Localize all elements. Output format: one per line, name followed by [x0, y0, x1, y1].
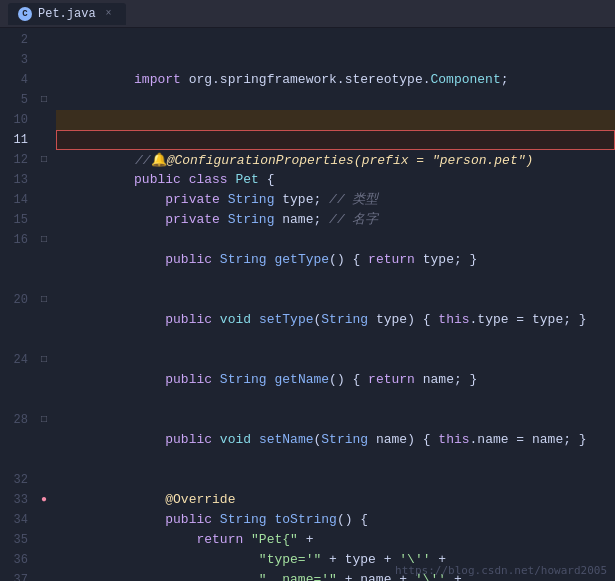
fold-12[interactable]: □ — [36, 150, 52, 170]
file-tab[interactable]: C Pet.java × — [8, 3, 126, 25]
watermark: https://blog.csdn.net/howard2005 — [395, 564, 607, 577]
code-line-2 — [56, 30, 615, 50]
tab-close-icon[interactable]: × — [102, 7, 116, 21]
fold-24[interactable]: □ — [36, 350, 52, 370]
line-num-23 — [4, 330, 28, 350]
fold-14 — [36, 190, 52, 210]
line-num-34: 34 — [4, 510, 28, 530]
code-line-10: @Component — [56, 110, 615, 130]
fold-21 — [36, 310, 52, 330]
line-num-13: 13 — [4, 170, 28, 190]
line-num-17 — [4, 250, 28, 270]
fold-25 — [36, 370, 52, 390]
tab-icon: C — [18, 7, 32, 21]
line-num-11: 11 — [4, 130, 28, 150]
line-num-28: 28 — [4, 410, 28, 430]
fold-37 — [36, 570, 52, 581]
fold-31 — [36, 450, 52, 470]
code-line-4 — [56, 70, 615, 90]
fold-29 — [36, 430, 52, 450]
code-line-5: /** 功能: 宠物实体类 ...*/ — [56, 90, 615, 110]
code-line-11: //🔔@ConfigurationProperties(prefix = "pe… — [56, 130, 615, 150]
tab-label: Pet.java — [38, 7, 96, 21]
fold-16[interactable]: □ — [36, 230, 52, 250]
fold-2 — [36, 30, 52, 50]
fold-11 — [36, 130, 52, 150]
fold-3 — [36, 50, 52, 70]
line-numbers: 2 3 4 5 10 11 12 13 14 15 16 20 24 28 32… — [0, 28, 36, 581]
line-num-14: 14 — [4, 190, 28, 210]
code-line-17 — [56, 250, 615, 270]
line-num-21 — [4, 310, 28, 330]
code-line-12: public class Pet { — [56, 150, 615, 170]
code-line-19 — [56, 270, 615, 290]
code-line-35: "type='" + type + '\'' + — [56, 530, 615, 550]
line-num-2: 2 — [4, 30, 28, 50]
fold-5[interactable]: □ — [36, 90, 52, 110]
line-num-20: 20 — [4, 290, 28, 310]
code-line-13: private String type; // 类型 — [56, 170, 615, 190]
code-line-3: import org.springframework.stereotype.Co… — [56, 50, 615, 70]
fold-23 — [36, 330, 52, 350]
code-line-24: public String getName() { return name; } — [56, 350, 615, 370]
line-num-32: 32 — [4, 470, 28, 490]
code-line-33: public String toString() { — [56, 490, 615, 510]
code-line-28: public void setName(String name) { this.… — [56, 410, 615, 430]
line-num-35: 35 — [4, 530, 28, 550]
code-line-32: @Override — [56, 470, 615, 490]
fold-10 — [36, 110, 52, 130]
fold-36 — [36, 550, 52, 570]
line-num-19 — [4, 270, 28, 290]
line-num-4: 4 — [4, 70, 28, 90]
code-line-16: public String getType() { return type; } — [56, 230, 615, 250]
line-num-31 — [4, 450, 28, 470]
line-num-36: 36 — [4, 550, 28, 570]
fold-33[interactable]: ● — [36, 490, 52, 510]
code-line-29 — [56, 430, 615, 450]
code-line-23 — [56, 330, 615, 350]
fold-27 — [36, 390, 52, 410]
title-bar: C Pet.java × — [0, 0, 615, 28]
code-line-31 — [56, 450, 615, 470]
line-num-24: 24 — [4, 350, 28, 370]
fold-4 — [36, 70, 52, 90]
fold-13 — [36, 170, 52, 190]
fold-35 — [36, 530, 52, 550]
fold-19 — [36, 270, 52, 290]
line-num-25 — [4, 370, 28, 390]
line-num-3: 3 — [4, 50, 28, 70]
line-num-10: 10 — [4, 110, 28, 130]
line-num-29 — [4, 430, 28, 450]
code-line-21 — [56, 310, 615, 330]
code-line-34: return "Pet{" + — [56, 510, 615, 530]
editor: 2 3 4 5 10 11 12 13 14 15 16 20 24 28 32… — [0, 28, 615, 581]
code-line-14: private String name; // 名字 — [56, 190, 615, 210]
code-area[interactable]: import org.springframework.stereotype.Co… — [52, 28, 615, 581]
line-num-5: 5 — [4, 90, 28, 110]
line-num-15: 15 — [4, 210, 28, 230]
code-line-25 — [56, 370, 615, 390]
line-num-27 — [4, 390, 28, 410]
fold-32 — [36, 470, 52, 490]
fold-28[interactable]: □ — [36, 410, 52, 430]
fold-17 — [36, 250, 52, 270]
fold-15 — [36, 210, 52, 230]
fold-20[interactable]: □ — [36, 290, 52, 310]
line-num-33: 33 — [4, 490, 28, 510]
line-num-16: 16 — [4, 230, 28, 250]
line-num-12: 12 — [4, 150, 28, 170]
fold-34 — [36, 510, 52, 530]
fold-gutter: □ □ □ □ □ □ ● — [36, 28, 52, 581]
code-line-15 — [56, 210, 615, 230]
line-num-37: 37 — [4, 570, 28, 581]
code-line-27 — [56, 390, 615, 410]
code-line-20: public void setType(String type) { this.… — [56, 290, 615, 310]
